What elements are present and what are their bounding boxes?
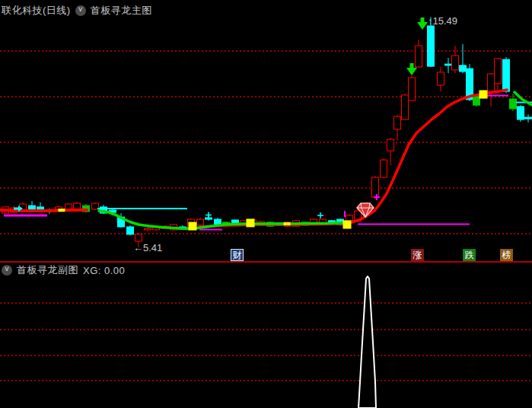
candle — [355, 209, 362, 222]
candle-body — [428, 26, 435, 66]
candle-body — [83, 206, 90, 212]
candle — [241, 220, 247, 225]
candle-body — [387, 139, 394, 151]
candle-body — [409, 78, 416, 100]
tab-losers[interactable]: 跌 — [463, 249, 476, 261]
candle-body — [518, 107, 524, 120]
candle-body — [337, 219, 344, 225]
candle — [46, 209, 53, 214]
diamond-gem-marker — [357, 203, 374, 217]
candle — [473, 94, 480, 107]
candle-body — [20, 204, 27, 210]
ma-green-right — [514, 92, 532, 105]
candle-body — [293, 221, 300, 226]
main-indicator-title[interactable]: 首板寻龙主图 — [91, 4, 152, 18]
candle — [394, 115, 401, 141]
candle — [100, 205, 107, 214]
candle-body — [355, 211, 362, 221]
candle-body — [180, 227, 186, 229]
candle-body — [2, 207, 9, 213]
tab-ranking[interactable]: 榜 — [500, 249, 513, 261]
candle — [293, 220, 300, 227]
candle-body — [364, 203, 371, 205]
diamond-gem-body — [357, 203, 374, 217]
candle-body — [197, 219, 204, 225]
candle — [127, 225, 134, 235]
candle — [372, 176, 379, 199]
magenta-plus-marker — [374, 194, 380, 200]
tab-finance[interactable]: 财 — [231, 249, 244, 261]
candle-body — [488, 74, 495, 91]
candle-body — [285, 222, 291, 226]
yellow-dash-marker — [59, 209, 65, 212]
candle — [258, 221, 265, 225]
candle — [162, 225, 169, 229]
candle-body — [302, 222, 309, 225]
candle-body — [223, 222, 230, 225]
candle-body — [510, 99, 517, 109]
candle-body — [37, 207, 44, 209]
candle — [92, 202, 99, 210]
candle — [276, 222, 282, 226]
candle-body — [525, 117, 532, 119]
candle-body — [276, 223, 282, 225]
candle-body — [110, 210, 116, 212]
candle — [409, 75, 416, 101]
candle-body — [100, 207, 107, 213]
candle — [118, 213, 125, 228]
candle — [74, 202, 81, 211]
sub-chart-header: 首板寻龙副图 XG: 0.00 — [2, 264, 125, 276]
candle — [510, 94, 517, 111]
candle — [205, 215, 212, 221]
chevron-down-icon[interactable] — [2, 265, 12, 276]
chevron-down-icon[interactable] — [75, 5, 86, 16]
candle — [364, 202, 371, 212]
candle-body — [188, 219, 195, 228]
sub-indicator-title[interactable]: 首板寻龙副图 — [17, 263, 78, 277]
candle — [65, 203, 72, 211]
candle-body — [460, 65, 467, 72]
candle — [197, 218, 204, 226]
diamond-gem-facets — [357, 203, 374, 217]
candle — [445, 58, 452, 73]
candle — [110, 209, 116, 215]
candle — [452, 46, 459, 73]
candle — [381, 158, 387, 178]
candle-body — [135, 234, 142, 241]
candle-body — [92, 203, 99, 209]
ma-red-main — [199, 90, 507, 227]
candle-body — [329, 221, 336, 224]
candle — [460, 44, 467, 73]
candle-body — [46, 210, 53, 212]
candle — [402, 94, 409, 120]
ma-red-left — [0, 210, 87, 211]
candle — [480, 90, 487, 99]
candle-body — [372, 177, 379, 197]
candle-body — [205, 218, 212, 219]
cyan-plus-marker — [317, 212, 323, 218]
candle-body — [232, 220, 239, 225]
candle — [37, 202, 44, 210]
candle-body — [416, 46, 422, 67]
yellow-square-marker — [343, 221, 352, 229]
yellow-square-marker — [247, 218, 255, 227]
stock-chart-app: ↑15.49←5.41 联化科技(日线) 首板寻龙主图 财 涨 跌 榜 首板寻龙… — [0, 0, 532, 408]
candle — [11, 206, 18, 213]
candle-body — [503, 59, 510, 91]
candle-body — [29, 206, 36, 210]
candle — [135, 233, 142, 247]
candle-body — [241, 221, 247, 224]
candle-body — [170, 225, 177, 230]
candle — [525, 114, 532, 123]
xg-signal-value: XG: 0.00 — [83, 265, 125, 276]
candle-body — [320, 219, 327, 224]
candle-body — [65, 204, 72, 210]
candle-body — [473, 95, 480, 105]
tab-gainers[interactable]: 涨 — [411, 249, 424, 261]
candle — [285, 222, 291, 227]
candle-body — [215, 219, 221, 225]
yellow-dash-marker — [284, 222, 291, 225]
candle-body — [467, 69, 473, 100]
candle — [438, 67, 444, 91]
candle-body — [56, 207, 62, 209]
